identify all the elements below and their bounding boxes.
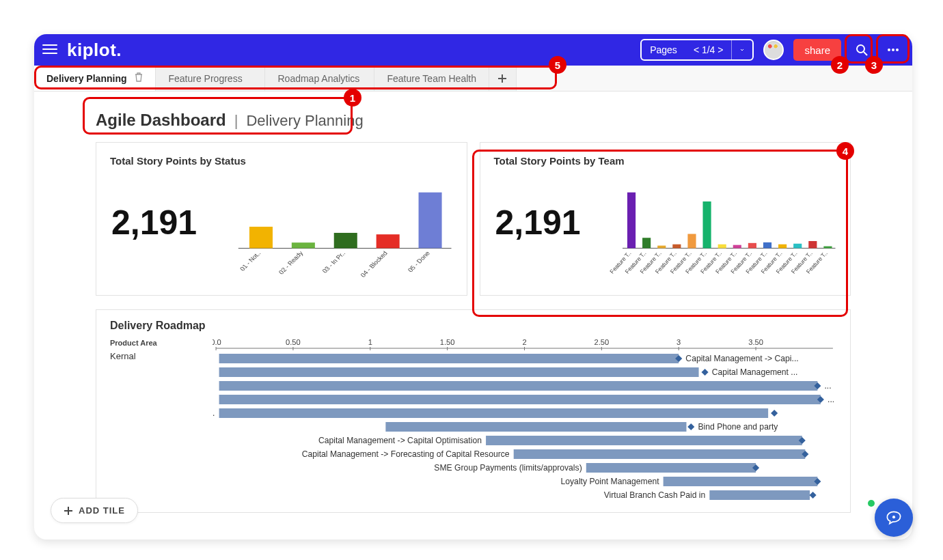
svg-text:Virtual Branch Cash Paid in: Virtual Branch Cash Paid in: [604, 490, 706, 500]
logo: kiplot.: [67, 40, 122, 61]
svg-text:1: 1: [368, 339, 372, 346]
svg-text:Capital Management ...: Capital Management ...: [712, 367, 798, 377]
svg-rect-8: [249, 227, 273, 248]
search-icon[interactable]: [851, 39, 873, 61]
svg-text:3.50: 3.50: [748, 339, 763, 346]
svg-text:...: ...: [825, 381, 832, 391]
svg-text:0.50: 0.50: [286, 339, 301, 346]
pages-pager[interactable]: Pages < 1/4 >: [640, 39, 754, 61]
svg-point-4: [896, 48, 899, 51]
tab-delivery-planning[interactable]: Delivery Planning: [34, 66, 156, 91]
svg-point-3: [892, 48, 894, 51]
svg-rect-43: [808, 241, 817, 248]
card-title: Delivery Roadmap: [110, 320, 836, 332]
svg-rect-45: [823, 247, 832, 249]
pages-label: Pages: [642, 40, 685, 59]
svg-rect-70: [219, 395, 821, 404]
svg-rect-16: [419, 193, 442, 249]
svg-rect-72: [219, 408, 769, 418]
hamburger-icon[interactable]: [42, 44, 57, 55]
svg-rect-39: [778, 244, 787, 249]
svg-text:Capital Management -> Forecast: Capital Management -> Forecasting of Cap…: [302, 449, 510, 459]
svg-text:Capital Management -> Capital : Capital Management -> Capital Optimisati…: [318, 436, 482, 445]
card-story-points-team: Total Story Points by Team 2,191 Feature…: [480, 142, 851, 296]
tab-label: Roadmap Analytics: [277, 73, 359, 84]
card-title: Total Story Points by Status: [110, 155, 453, 167]
topbar: kiplot. Pages < 1/4 > share: [34, 34, 912, 66]
svg-rect-78: [514, 449, 806, 459]
svg-rect-25: [672, 244, 681, 249]
barchart-team: Feature T..Feature T..Feature T..Feature…: [624, 190, 836, 279]
svg-text:04 - Blocked: 04 - Blocked: [359, 250, 390, 278]
roadmap-gantt: 0.00.5011.5022.5033.50Capital Management…: [213, 339, 836, 509]
chat-bubble-icon[interactable]: [875, 499, 913, 537]
svg-rect-74: [385, 422, 686, 432]
svg-rect-82: [664, 477, 818, 486]
svg-rect-35: [748, 243, 756, 249]
svg-rect-10: [292, 242, 315, 248]
trash-icon[interactable]: [135, 72, 143, 84]
tab-feature-progress[interactable]: Feature Progress: [156, 66, 265, 91]
app-window: kiplot. Pages < 1/4 > share Delivery Pla…: [34, 34, 912, 540]
svg-text:Capital Management -> Capi...: Capital Management -> Capi...: [685, 354, 798, 363]
svg-rect-41: [793, 244, 802, 249]
title-separator: |: [234, 112, 238, 130]
card-story-points-status: Total Story Points by Status 2,191 01 - …: [96, 142, 467, 296]
svg-point-88: [892, 516, 895, 518]
page-title-sub: Delivery Planning: [246, 112, 363, 130]
svg-text:2.50: 2.50: [594, 339, 610, 346]
page-title: Agile Dashboard | Delivery Planning: [34, 92, 912, 142]
svg-rect-31: [718, 244, 726, 249]
svg-text:03 - In Pr..: 03 - In Pr..: [321, 250, 347, 274]
svg-text:0.0: 0.0: [213, 339, 221, 346]
svg-text:3: 3: [676, 339, 681, 346]
svg-rect-23: [657, 246, 666, 249]
svg-rect-80: [586, 463, 756, 473]
add-tile-button[interactable]: ADD TILE: [51, 498, 138, 523]
card-metric: 2,191: [111, 203, 197, 242]
svg-text:Bind Phone and party: Bind Phone and party: [698, 422, 778, 432]
svg-text:Broker Manage...: Broker Manage...: [213, 408, 215, 418]
svg-text:1.50: 1.50: [440, 339, 455, 346]
svg-rect-14: [377, 234, 400, 248]
svg-rect-84: [709, 490, 810, 500]
svg-rect-76: [486, 436, 802, 445]
content: Agile Dashboard | Delivery Planning Tota…: [34, 92, 912, 540]
tab-label: Delivery Planning: [46, 73, 126, 84]
add-tab-button[interactable]: [489, 66, 517, 91]
svg-line-1: [864, 52, 867, 55]
svg-text:05 - Done: 05 - Done: [407, 250, 431, 273]
svg-rect-29: [702, 201, 711, 248]
svg-rect-27: [687, 234, 696, 249]
svg-rect-37: [763, 242, 771, 249]
card-delivery-roadmap: Delivery Roadmap Product Area Kernal 0.0…: [96, 309, 851, 513]
svg-text:...: ...: [828, 395, 834, 404]
charts-row: Total Story Points by Status 2,191 01 - …: [34, 142, 912, 301]
more-icon[interactable]: [882, 39, 904, 61]
roadmap-column-header: Product Area: [110, 339, 213, 347]
roadmap-group: Kernal: [110, 351, 213, 361]
add-tile-label: ADD TILE: [79, 505, 125, 516]
pages-counter[interactable]: < 1/4 >: [685, 40, 732, 59]
tab-roadmap-analytics[interactable]: Roadmap Analytics: [265, 66, 374, 91]
tab-label: Feature Team Health: [387, 73, 476, 84]
svg-rect-66: [219, 367, 699, 377]
svg-text:SME Group Payments (limits/app: SME Group Payments (limits/approvals): [434, 463, 582, 473]
roadmap-left-column: Product Area Kernal: [110, 339, 213, 509]
svg-rect-64: [219, 354, 679, 363]
svg-rect-12: [334, 233, 357, 248]
svg-point-0: [857, 45, 864, 53]
barchart-status: 01 - Not..02 - Ready03 - In Pr..04 - Blo…: [240, 190, 452, 279]
card-title: Total Story Points by Team: [494, 155, 837, 167]
svg-rect-21: [642, 238, 651, 248]
page-title-main: Agile Dashboard: [96, 111, 226, 130]
svg-text:01 - Not..: 01 - Not..: [238, 250, 262, 272]
avatar[interactable]: [763, 40, 784, 60]
svg-rect-33: [733, 245, 741, 249]
chevron-down-icon[interactable]: [732, 40, 752, 59]
share-button[interactable]: share: [793, 39, 841, 61]
svg-text:02 - Ready: 02 - Ready: [277, 250, 305, 275]
tabstrip: Delivery Planning Feature Progress Roadm…: [34, 66, 912, 92]
tab-label: Feature Progress: [168, 73, 242, 84]
tab-feature-team-health[interactable]: Feature Team Health: [374, 66, 489, 91]
